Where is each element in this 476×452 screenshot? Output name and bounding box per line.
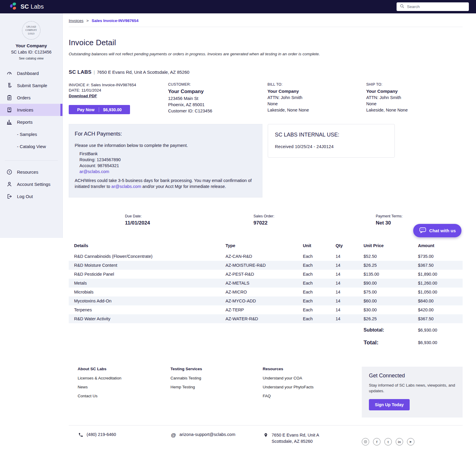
ach-note-email-link[interactable]: ar@sclabs.com bbox=[111, 184, 141, 189]
bill-to-line: Lakeside, None None bbox=[267, 108, 366, 112]
twitter-icon[interactable]: t bbox=[384, 438, 392, 445]
invoice-info-grid: INVOICE #: Sales Invoice-INV987654 DATE:… bbox=[69, 82, 463, 114]
footer-link-contact-us[interactable]: Contact Us bbox=[78, 394, 170, 398]
social-links: f t in ▶ bbox=[362, 438, 463, 445]
subtotal-row: Subtotal: $6,930.00 bbox=[69, 327, 463, 333]
subtotal-value: $6,930.00 bbox=[418, 328, 457, 332]
invoice-receipt-icon: $ bbox=[6, 107, 12, 113]
cell-amount: $1,050.00 bbox=[418, 290, 457, 294]
col-header-unit-price: Unit Price bbox=[364, 243, 418, 248]
due-date-label: Due Date: bbox=[125, 214, 150, 218]
breadcrumb-invoices-link[interactable]: Invoices bbox=[69, 18, 84, 23]
invoice-date: DATE: 11/01/2024 bbox=[69, 88, 168, 93]
sidebar-item-label: - Catalog View bbox=[17, 144, 46, 149]
invoice-number: INVOICE #: Sales Invoice-INV987654 bbox=[69, 82, 168, 88]
cell-unit: Each bbox=[303, 307, 336, 312]
footer-link-understand-phytofacts[interactable]: Understand your PhytoFacts bbox=[263, 385, 362, 389]
table-header-row: Details Type Unit Qty Unit Price Amount bbox=[69, 243, 463, 252]
sidebar-item-samples[interactable]: - Samples bbox=[0, 128, 62, 140]
sidebar-item-invoices[interactable]: $ Invoices bbox=[0, 104, 62, 116]
sidebar-item-log-out[interactable]: Log Out bbox=[0, 190, 62, 203]
pay-now-label: Pay Now bbox=[77, 107, 99, 112]
logout-icon bbox=[6, 193, 12, 200]
cell-unit: Each bbox=[303, 316, 336, 321]
support-email[interactable]: arizona-support@sclabs.com bbox=[179, 432, 235, 437]
pay-now-amount: $6,930.00 bbox=[99, 107, 122, 112]
col-header-unit: Unit bbox=[303, 243, 336, 248]
cell-details: Terpenes bbox=[74, 307, 226, 312]
breadcrumb-separator: > bbox=[86, 18, 89, 23]
sclabs-logo-icon bbox=[9, 2, 18, 12]
breadcrumb-divider bbox=[69, 27, 463, 27]
chat-with-us-button[interactable]: Chat with us bbox=[413, 224, 461, 237]
cell-unit-price: $26.25 bbox=[364, 263, 418, 268]
cell-amount: $1,260.00 bbox=[418, 281, 457, 285]
cell-amount: $367.50 bbox=[418, 263, 457, 268]
cell-amount: $735.00 bbox=[418, 254, 457, 259]
bar-chart-icon bbox=[6, 119, 12, 125]
ach-email-link[interactable]: ar@sclabs.com bbox=[79, 169, 256, 175]
sales-order-block: Sales Order: 97022 bbox=[253, 214, 274, 226]
cell-qty: 14 bbox=[336, 290, 364, 294]
cell-amount: $840.00 bbox=[418, 299, 457, 303]
customer-line: Customer ID: C123456 bbox=[168, 109, 267, 113]
cell-amount: $420.00 bbox=[418, 307, 457, 312]
footer-about-column: About SC Labs Licenses & Accreditation N… bbox=[78, 367, 170, 418]
sidebar-item-label: Log Out bbox=[17, 194, 33, 199]
info-boxes-row: For ACH Payments: Please use the informa… bbox=[69, 124, 463, 197]
question-glyph: ? bbox=[8, 171, 10, 174]
lab-address-line: SC LABS|7650 E Evans Rd, Unit A Scottsda… bbox=[69, 69, 463, 75]
footer-link-hemp-testing[interactable]: Hemp Testing bbox=[170, 385, 263, 389]
ach-title: For ACH Payments: bbox=[75, 131, 256, 137]
sidebar-item-reports[interactable]: Reports bbox=[0, 116, 62, 128]
phone-number[interactable]: (480) 219-6460 bbox=[87, 432, 116, 437]
sign-up-today-button[interactable]: Sign Up Today bbox=[369, 399, 410, 410]
instagram-icon[interactable] bbox=[362, 438, 369, 445]
see-catalog-view-link[interactable]: See catalog view bbox=[0, 56, 62, 60]
get-connected-body: Stay informed of SC Labs news, viewpoint… bbox=[369, 382, 455, 394]
cell-unit-price: $52.50 bbox=[364, 254, 418, 259]
question-circle-icon: ? bbox=[6, 169, 12, 175]
sidebar-item-label: Submit Sample bbox=[17, 83, 47, 88]
bill-to-block: BILL TO: Your Company ATTN: John Smith N… bbox=[267, 82, 366, 114]
linkedin-icon[interactable]: in bbox=[396, 438, 403, 445]
footer-link-news[interactable]: News bbox=[78, 385, 170, 389]
search-input[interactable] bbox=[407, 4, 461, 9]
sclabs-logo[interactable]: SC Labs bbox=[9, 2, 44, 12]
cell-unit: Each bbox=[303, 263, 336, 268]
sidebar-item-orders[interactable]: Orders bbox=[0, 92, 62, 104]
footer-link-cannabis-testing[interactable]: Cannabis Testing bbox=[170, 376, 263, 380]
sidebar-item-resources[interactable]: ? Resources bbox=[0, 166, 62, 178]
customer-line: Phoenix, AZ 85001 bbox=[168, 103, 267, 107]
cell-unit-price: $75.00 bbox=[364, 290, 418, 294]
sidebar-item-submit-sample[interactable]: Submit Sample bbox=[0, 79, 62, 92]
sidebar-item-catalog-view[interactable]: - Catalog View bbox=[0, 140, 62, 153]
sales-order-value: 97022 bbox=[253, 220, 274, 226]
internal-use-title: SC LABS INTERNAL USE: bbox=[275, 132, 388, 138]
col-header-type: Type bbox=[226, 243, 303, 248]
sidebar-item-account-settings[interactable]: Account Settings bbox=[0, 178, 62, 190]
person-icon bbox=[6, 181, 12, 188]
footer-resources-column: Resources Understand your COA Understand… bbox=[263, 367, 362, 418]
cell-unit-price: $135.00 bbox=[364, 272, 418, 277]
search-box[interactable] bbox=[397, 2, 469, 11]
cell-qty: 14 bbox=[336, 281, 364, 285]
ship-to-line: ATTN: John Smith bbox=[366, 95, 463, 100]
pay-now-button[interactable]: Pay Now $6,930.00 bbox=[69, 105, 130, 114]
cell-unit-price: $60.00 bbox=[364, 299, 418, 303]
footer-link-licenses[interactable]: Licenses & Accreditation bbox=[78, 376, 170, 380]
breadcrumb: Invoices > Sales Invoice-INV987654 bbox=[69, 13, 463, 27]
footer-link-faq[interactable]: FAQ bbox=[263, 394, 362, 398]
facebook-icon[interactable]: f bbox=[373, 438, 381, 445]
sidebar-item-dashboard[interactable]: Dashboard bbox=[0, 67, 62, 79]
internal-use-box: SC LABS INTERNAL USE: Received 10/25/24 … bbox=[268, 124, 395, 158]
download-pdf-link[interactable]: Download PDF bbox=[69, 94, 97, 98]
sidebar-nav: Dashboard Submit Sample Orders $ Invoice… bbox=[0, 67, 62, 203]
ach-note: ACH/Wires could take 3-5 business days f… bbox=[75, 178, 256, 189]
due-date-value: 11/01/2024 bbox=[125, 220, 150, 226]
ach-bank-name: FirstBank bbox=[79, 151, 256, 157]
youtube-icon[interactable]: ▶ bbox=[407, 438, 414, 445]
cell-unit: Each bbox=[303, 281, 336, 285]
footer-link-understand-coa[interactable]: Understand your COA bbox=[263, 376, 362, 380]
upload-company-logo-placeholder[interactable]: UPLOAD COMPANY LOGO bbox=[22, 21, 40, 40]
